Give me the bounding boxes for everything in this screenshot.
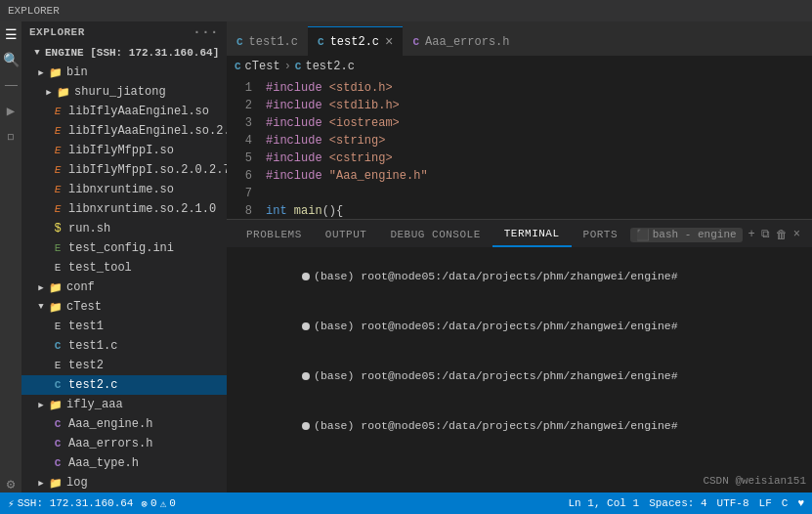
sidebar-engine-label: ENGINE [SSH: 172.31.160.64] — [45, 47, 219, 59]
activity-explorer-icon[interactable]: ☰ — [2, 25, 20, 43]
file-icon: E — [51, 261, 64, 275]
code-line-4: #include <string> — [266, 132, 804, 150]
file-icon: $ — [51, 222, 64, 236]
term-line: (base) root@node05:/data/projects/phm/zh… — [235, 351, 804, 401]
sidebar-item-log[interactable]: ▶ 📁 log — [21, 473, 227, 493]
folder-icon: 📁 — [49, 398, 63, 411]
breadcrumb-icon2: C — [295, 61, 302, 72]
editor-area: C test1.c C test2.c × C Aaa_errors.h C c… — [227, 21, 812, 493]
sidebar-item-so1[interactable]: E libIflyAaaEnginel.so — [21, 102, 227, 121]
dot-white — [302, 422, 310, 430]
sidebar-item-so2[interactable]: E libIflyAaaEnginel.so.2.0.6.1 — [21, 121, 227, 141]
folder-icon: 📁 — [57, 85, 70, 99]
error-icon: ⊗ — [141, 497, 148, 510]
code-line-3: #include <iostream> — [266, 114, 804, 132]
code-line-7 — [266, 185, 804, 202]
tab-icon-c: C — [236, 36, 243, 48]
panel-tab-debug[interactable]: DEBUG CONSOLE — [378, 222, 491, 247]
sidebar-item-so3[interactable]: E libIflyMfppI.so — [21, 141, 227, 160]
sidebar-item-engine[interactable]: ▼ ENGINE [SSH: 172.31.160.64] — [21, 43, 227, 63]
status-encoding[interactable]: UTF-8 — [717, 497, 749, 509]
file-icon: E — [51, 183, 64, 196]
sidebar-item-shuru[interactable]: ▶ 📁 shuru_jiatong — [21, 82, 227, 102]
sidebar-item-test2[interactable]: E test2 — [21, 356, 227, 375]
title-text: EXPLORER — [8, 5, 60, 17]
watermark: CSDN @weisian151 — [703, 475, 806, 487]
sidebar-item-test2c[interactable]: C test2.c — [21, 375, 227, 395]
code-line-2: #include <stdlib.h> — [266, 97, 804, 114]
panel-tab-problems[interactable]: PROBLEMS — [235, 222, 314, 247]
tab-close-icon[interactable]: × — [385, 35, 393, 49]
warning-icon: ⚠ — [160, 497, 167, 510]
status-feedback[interactable]: ♥ — [797, 497, 804, 509]
sidebar-item-test1c[interactable]: C test1.c — [21, 336, 227, 356]
panel-tab-ports[interactable]: PORTS — [572, 222, 630, 247]
tab-test2c[interactable]: C test2.c × — [308, 26, 403, 56]
activity-bar: ☰ 🔍 ⸻ ▶ ◽ ⚙ — [0, 21, 21, 493]
sidebar-item-ifly[interactable]: ▶ 📁 ifly_aaa — [21, 395, 227, 414]
sidebar-item-so5[interactable]: E libnxruntime.so — [21, 180, 227, 199]
file-icon: E — [51, 124, 64, 138]
panel-tab-output[interactable]: OUTPUT — [314, 222, 379, 247]
activity-debug-icon[interactable]: ▶ — [2, 102, 20, 119]
status-bar: ⚡ SSH: 172.31.160.64 ⊗ 0 ⚠ 0 Ln 1, Col 1… — [0, 493, 812, 514]
sidebar-item-runsh[interactable]: $ run.sh — [21, 219, 227, 238]
code-line-6: #include "Aaa_engine.h" — [266, 167, 804, 185]
sidebar-item-so4[interactable]: E libIflyMfppI.so.2.0.2.7 — [21, 160, 227, 180]
sidebar-item-aaa-engine-h[interactable]: C Aaa_engine.h — [21, 414, 227, 434]
status-spaces[interactable]: Spaces: 4 — [649, 497, 706, 509]
c-file-icon: C — [51, 339, 64, 353]
panel-tabs: PROBLEMS OUTPUT DEBUG CONSOLE TERMINAL P… — [227, 220, 812, 247]
file-icon: E — [51, 163, 64, 177]
breadcrumb: C cTest › C test2.c — [227, 56, 812, 77]
sidebar-item-bin[interactable]: ▶ 📁 bin — [21, 63, 227, 82]
panel-trash-icon[interactable]: 🗑 — [776, 228, 788, 242]
status-language[interactable]: C — [782, 497, 789, 509]
status-ssh[interactable]: ⚡ SSH: 172.31.160.64 — [8, 497, 133, 510]
terminal-content[interactable]: (base) root@node05:/data/projects/phm/zh… — [227, 247, 812, 434]
title-bar: EXPLORER — [0, 0, 812, 21]
activity-settings-icon[interactable]: ⚙ — [2, 475, 20, 493]
term-line: (base) root@node05:/data/projects/phm/zh… — [235, 251, 804, 301]
panel-tab-terminal[interactable]: TERMINAL — [492, 222, 572, 247]
sidebar-item-aaa-type-h[interactable]: C Aaa_type.h — [21, 453, 227, 473]
dot-white — [302, 372, 310, 380]
sidebar-title: EXPLORER — [29, 26, 85, 38]
sidebar-tree: ▶ 📁 bin ▶ 📁 shuru_jiatong E libIflyAaaEn… — [21, 63, 227, 493]
tab-icon-h: C — [412, 36, 419, 48]
tab-test1c[interactable]: C test1.c — [227, 26, 308, 56]
sidebar-item-test1[interactable]: E test1 — [21, 317, 227, 336]
sidebar-options-icon[interactable]: ··· — [192, 24, 219, 40]
panel-area: PROBLEMS OUTPUT DEBUG CONSOLE TERMINAL P… — [227, 219, 812, 434]
code-line-5: #include <cstring> — [266, 150, 804, 167]
sidebar-item-aaa-errors-h[interactable]: C Aaa_errors.h — [21, 434, 227, 453]
dot-white — [302, 322, 310, 330]
folder-icon: 📁 — [49, 280, 63, 294]
status-right: Ln 1, Col 1 Spaces: 4 UTF-8 LF C ♥ — [569, 497, 804, 509]
status-errors[interactable]: ⊗ 0 ⚠ 0 — [141, 497, 175, 510]
file-icon: E — [51, 241, 64, 255]
panel-close-icon[interactable]: × — [793, 228, 800, 241]
sidebar-item-testtool[interactable]: E test_tool — [21, 258, 227, 278]
status-linecol[interactable]: Ln 1, Col 1 — [569, 497, 640, 509]
h-file-icon: C — [51, 437, 64, 450]
terminal-label[interactable]: ⬛ bash - engine — [630, 228, 743, 242]
status-eol[interactable]: LF — [759, 497, 772, 509]
panel-split-icon[interactable]: ⧉ — [761, 228, 770, 241]
activity-extensions-icon[interactable]: ◽ — [2, 127, 20, 145]
tab-aaa-errors-h[interactable]: C Aaa_errors.h — [403, 26, 519, 56]
term-line: (base) root@node05:/data/projects/phm/zh… — [235, 301, 804, 351]
line-numbers: 12345678 — [227, 77, 258, 219]
code-line-8: int main(){ — [266, 202, 804, 219]
sidebar-item-so6[interactable]: E libnxruntime.so.2.1.0 — [21, 199, 227, 219]
panel-add-icon[interactable]: + — [748, 228, 755, 241]
sidebar-item-config[interactable]: E test_config.ini — [21, 238, 227, 258]
terminal-icon: ⬛ — [636, 229, 650, 241]
code-content[interactable]: #include <stdio.h> #include <stdlib.h> #… — [258, 77, 812, 219]
c-file-icon: C — [51, 378, 64, 392]
folder-icon: 📁 — [49, 65, 63, 79]
activity-git-icon[interactable]: ⸻ — [2, 76, 20, 94]
activity-search-icon[interactable]: 🔍 — [2, 51, 20, 68]
sidebar-item-conf[interactable]: ▶ 📁 conf — [21, 278, 227, 297]
sidebar-item-ctest[interactable]: ▼ 📁 cTest — [21, 297, 227, 317]
